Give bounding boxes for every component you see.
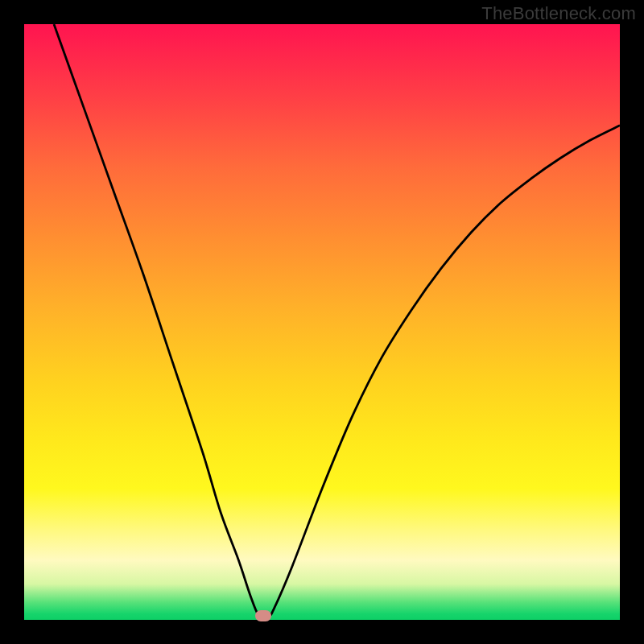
watermark-text: TheBottleneck.com	[481, 3, 636, 24]
optimal-point-marker	[255, 610, 271, 621]
bottleneck-curve	[24, 24, 620, 620]
chart-frame	[24, 24, 620, 620]
